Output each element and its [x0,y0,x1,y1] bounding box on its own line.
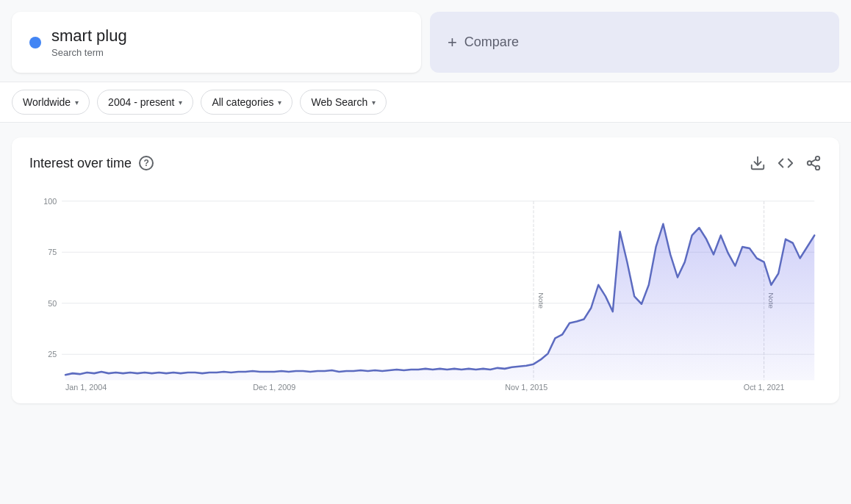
search-type-filter[interactable]: Web Search ▾ [300,90,387,115]
filters-section: Worldwide ▾ 2004 - present ▾ All categor… [0,82,851,123]
chevron-down-icon: ▾ [372,98,376,107]
chart-title: Interest over time [29,156,132,171]
top-section: smart plug Search term + Compare [0,0,851,82]
term-dot [29,37,41,48]
svg-text:Oct 1, 2021: Oct 1, 2021 [744,383,785,392]
svg-line-4 [811,164,816,167]
download-icon[interactable] [750,155,766,171]
svg-line-5 [811,159,816,162]
chart-area: 100 75 50 25 Note Note [29,186,822,392]
term-label: Search term [51,47,127,58]
svg-text:50: 50 [48,299,57,308]
compare-plus-icon: + [448,33,457,52]
chart-actions [750,155,822,171]
svg-text:Nov 1, 2015: Nov 1, 2015 [505,383,547,392]
category-label: All categories [212,96,273,108]
category-filter[interactable]: All categories ▾ [201,90,292,115]
svg-text:75: 75 [48,248,57,256]
time-filter[interactable]: 2004 - present ▾ [97,90,193,115]
chevron-down-icon: ▾ [278,98,281,107]
compare-label: Compare [464,35,519,50]
compare-card[interactable]: + Compare [430,12,839,73]
svg-text:Jan 1, 2004: Jan 1, 2004 [65,383,107,392]
chevron-down-icon: ▾ [75,98,79,107]
svg-text:Note: Note [537,292,545,309]
time-label: 2004 - present [108,96,174,108]
embed-icon[interactable] [778,155,794,171]
svg-text:Dec 1, 2009: Dec 1, 2009 [253,383,295,392]
search-term-card: smart plug Search term [12,12,421,73]
share-icon[interactable] [805,155,822,171]
term-name: smart plug [51,26,127,46]
svg-text:100: 100 [43,197,57,206]
term-text: smart plug Search term [51,26,127,58]
chevron-down-icon: ▾ [179,98,182,107]
chart-title-group: Interest over time ? [29,156,154,171]
svg-text:25: 25 [48,350,57,359]
trend-chart: 100 75 50 25 Note Note [29,186,822,392]
search-type-label: Web Search [311,96,367,108]
help-icon[interactable]: ? [139,156,154,170]
region-filter[interactable]: Worldwide ▾ [12,90,90,115]
chart-card: Interest over time ? [12,137,839,403]
region-label: Worldwide [23,96,71,108]
chart-header: Interest over time ? [29,155,822,171]
